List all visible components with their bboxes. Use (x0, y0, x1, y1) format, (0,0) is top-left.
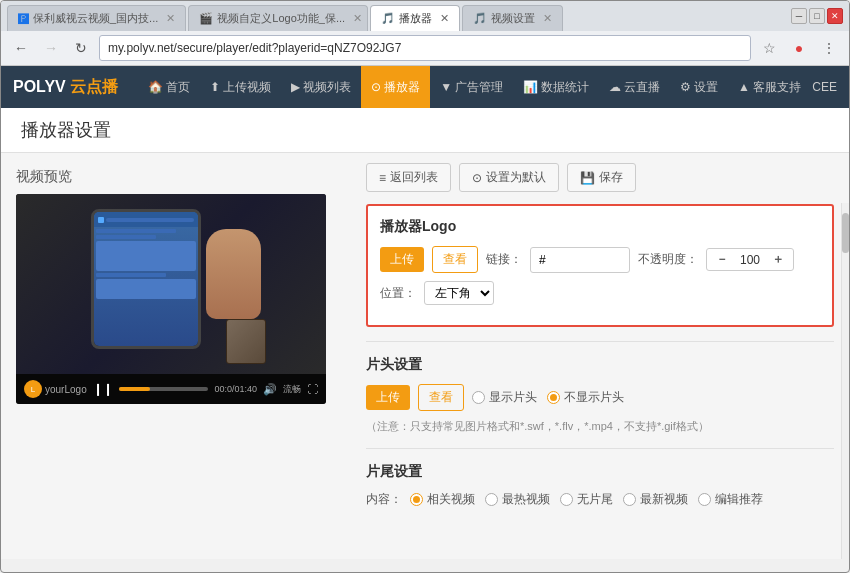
close-button[interactable]: ✕ (827, 8, 843, 24)
datastats-icon: 📊 (523, 80, 538, 94)
opacity-control: － 100 ＋ (706, 248, 794, 271)
navbar: POLYV 云点播 🏠 首页 ⬆ 上传视频 ▶ 视频列表 ⊙ 播放器 (1, 66, 849, 108)
logo-section: 播放器Logo 上传 查看 链接： 不透明度： － 100 ＋ (366, 204, 834, 327)
nav-upload[interactable]: ⬆ 上传视频 (200, 66, 281, 108)
browser-titlebar: 🅿 保利威视云视频_国内技... ✕ 🎬 视频自定义Logo功能_保... ✕ … (1, 1, 849, 31)
footer-none-radio[interactable]: 无片尾 (560, 491, 613, 508)
footer-section-title: 片尾设置 (366, 463, 834, 481)
tab-1[interactable]: 🅿 保利威视云视频_国内技... ✕ (7, 5, 186, 31)
video-preview: L yourLogo ❙❙ 00:0/01:40 🔊 流畅 (16, 194, 326, 404)
nav-admanage[interactable]: ▼ 广告管理 (430, 66, 513, 108)
footer-section: 片尾设置 内容： 相关视频 (366, 448, 834, 508)
tablet-visual (91, 209, 201, 349)
scrollbar-track[interactable] (841, 203, 849, 559)
footer-none-label: 无片尾 (577, 491, 613, 508)
footer-newest-label: 最新视频 (640, 491, 688, 508)
tab-1-close[interactable]: ✕ (166, 12, 175, 25)
settings-icon: ⚙ (680, 80, 691, 94)
tab-2-close[interactable]: ✕ (353, 12, 362, 25)
menu-button[interactable]: ⋮ (817, 36, 841, 60)
back-list-button[interactable]: ≡ 返回列表 (366, 163, 451, 192)
maximize-button[interactable]: □ (809, 8, 825, 24)
position-select[interactable]: 左下角 右下角 左上角 右上角 (424, 281, 494, 305)
nav-datastats-label: 数据统计 (541, 79, 589, 96)
hide-header-circle (547, 391, 560, 404)
tab-4-label: 视频设置 (491, 11, 535, 26)
link-label: 链接： (486, 251, 522, 268)
minimize-button[interactable]: ─ (791, 8, 807, 24)
nav-settings[interactable]: ⚙ 设置 (670, 66, 728, 108)
nav-live[interactable]: ☁ 云直播 (599, 66, 670, 108)
save-button[interactable]: 💾 保存 (567, 163, 636, 192)
forward-button[interactable]: → (39, 36, 63, 60)
logo-upload-button[interactable]: 上传 (380, 247, 424, 272)
footer-related-circle (410, 493, 423, 506)
video-controls-bar: L yourLogo ❙❙ 00:0/01:40 🔊 流畅 (16, 374, 326, 404)
footer-newest-radio[interactable]: 最新视频 (623, 491, 688, 508)
preview-label: 视频预览 (16, 168, 336, 186)
footer-hot-radio[interactable]: 最热视频 (485, 491, 550, 508)
save-icon: 💾 (580, 171, 595, 185)
hand-visual (206, 229, 261, 319)
page-body: 视频预览 (1, 153, 849, 559)
logo-upload-row: 上传 查看 链接： 不透明度： － 100 ＋ (380, 246, 820, 273)
videolist-icon: ▶ (291, 80, 300, 94)
nav-player[interactable]: ⊙ 播放器 (361, 66, 430, 108)
header-hint: （注意：只支持常见图片格式和*.swf，*.flv，*.mp4，不支持*.gif… (366, 419, 834, 434)
page-content: 播放器设置 视频预览 (1, 108, 849, 559)
logo-view-button[interactable]: 查看 (432, 246, 478, 273)
support-icon: ▲ (738, 80, 750, 94)
nav-home[interactable]: 🏠 首页 (138, 66, 200, 108)
back-list-label: 返回列表 (390, 169, 438, 186)
bookmark-button[interactable]: ☆ (757, 36, 781, 60)
header-view-button[interactable]: 查看 (418, 384, 464, 411)
nav-datastats[interactable]: 📊 数据统计 (513, 66, 599, 108)
footer-related-label: 相关视频 (427, 491, 475, 508)
footer-content-label: 内容： (366, 491, 402, 508)
header-radio-group: 显示片头 不显示片头 (472, 389, 624, 406)
list-icon: ≡ (379, 171, 386, 185)
footer-radio-group: 相关视频 最热视频 无片尾 (410, 491, 763, 508)
tab-1-icon: 🅿 (18, 13, 29, 25)
nav-videolist[interactable]: ▶ 视频列表 (281, 66, 361, 108)
tab-3-close[interactable]: ✕ (440, 12, 449, 25)
play-pause-button[interactable]: ❙❙ (93, 382, 113, 396)
footer-content-row: 内容： 相关视频 最热视频 (366, 491, 834, 508)
fullscreen-button[interactable]: ⛶ (307, 383, 318, 395)
volume-icon[interactable]: 🔊 (263, 383, 277, 396)
tab-4-close[interactable]: ✕ (543, 12, 552, 25)
tab-3-label: 播放器 (399, 11, 432, 26)
progress-bar[interactable] (119, 387, 209, 391)
browser-toolbar: ← → ↻ ☆ ● ⋮ (1, 31, 849, 66)
opacity-label: 不透明度： (638, 251, 698, 268)
back-button[interactable]: ← (9, 36, 33, 60)
reload-button[interactable]: ↻ (69, 36, 93, 60)
left-panel: 视频预览 (1, 153, 351, 559)
opacity-minus-button[interactable]: － (713, 251, 731, 268)
footer-hot-circle (485, 493, 498, 506)
nav-user: CEE (812, 80, 837, 94)
footer-related-radio[interactable]: 相关视频 (410, 491, 475, 508)
footer-newest-circle (623, 493, 636, 506)
set-default-button[interactable]: ⊙ 设置为默认 (459, 163, 559, 192)
nav-menu: 🏠 首页 ⬆ 上传视频 ▶ 视频列表 ⊙ 播放器 ▼ 广告管理 (138, 66, 812, 108)
nav-support[interactable]: ▲ 客服支持 (728, 66, 811, 108)
link-input[interactable] (530, 247, 630, 273)
admanage-icon: ▼ (440, 80, 452, 94)
nav-settings-label: 设置 (694, 79, 718, 96)
live-icon: ☁ (609, 80, 621, 94)
footer-recommend-radio[interactable]: 编辑推荐 (698, 491, 763, 508)
scrollbar-thumb[interactable] (842, 213, 849, 253)
address-input[interactable] (99, 35, 751, 61)
opacity-plus-button[interactable]: ＋ (769, 251, 787, 268)
hide-header-radio[interactable]: 不显示片头 (547, 389, 624, 406)
header-upload-button[interactable]: 上传 (366, 385, 410, 410)
tab-3[interactable]: 🎵 播放器 ✕ (370, 5, 460, 31)
tab-4[interactable]: 🎵 视频设置 ✕ (462, 5, 563, 31)
video-screen (16, 194, 326, 374)
tab-2[interactable]: 🎬 视频自定义Logo功能_保... ✕ (188, 5, 368, 31)
profile-button[interactable]: ● (787, 36, 811, 60)
show-header-radio[interactable]: 显示片头 (472, 389, 537, 406)
hide-header-label: 不显示片头 (564, 389, 624, 406)
nav-support-label: 客服支持 (753, 79, 801, 96)
